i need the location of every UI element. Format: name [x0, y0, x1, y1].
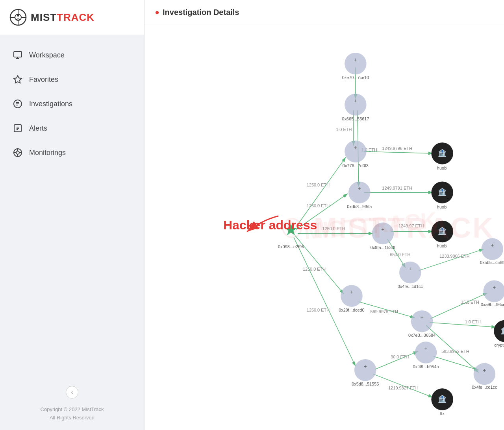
- svg-text:0x098...e2f96: 0x098...e2f96: [278, 244, 304, 249]
- graph-container[interactable]: © MISTTRACK Hacker address 1.0 ET: [145, 25, 504, 430]
- misttrack-logo-icon: [9, 9, 27, 26]
- svg-text:+: +: [483, 367, 486, 373]
- svg-text:0xf49...b954a: 0xf49...b954a: [413, 364, 439, 369]
- svg-text:🏦: 🏦: [438, 149, 447, 157]
- svg-rect-7: [14, 52, 22, 57]
- svg-point-68: [345, 94, 367, 116]
- svg-text:huobi: huobi: [437, 244, 448, 248]
- svg-text:+: +: [354, 98, 357, 104]
- svg-text:0x7e3...36584: 0x7e3...36584: [408, 333, 435, 338]
- svg-point-65: [345, 53, 367, 75]
- svg-text:+: +: [421, 314, 424, 321]
- svg-line-56: [430, 323, 496, 327]
- logo-track: TRACK: [57, 11, 94, 23]
- alert-icon: [13, 123, 23, 133]
- svg-text:1.0 ETH: 1.0 ETH: [465, 319, 481, 324]
- svg-point-6: [17, 14, 19, 17]
- svg-text:0x29f...dced0: 0x29f...dced0: [339, 308, 365, 312]
- svg-line-64: [434, 356, 478, 370]
- svg-point-71: [345, 140, 367, 162]
- svg-text:🏦: 🏦: [438, 227, 447, 235]
- svg-text:★: ★: [284, 220, 298, 239]
- svg-text:1249.9791 ETH: 1249.9791 ETH: [382, 186, 412, 190]
- svg-point-91: [354, 359, 376, 381]
- svg-text:1250.0 ETH: 1250.0 ETH: [303, 267, 326, 271]
- sidebar-item-favorites[interactable]: Favorites: [0, 67, 144, 92]
- svg-point-85: [341, 285, 363, 307]
- svg-text:0xa9b...96ce2: 0xa9b...96ce2: [481, 302, 504, 307]
- svg-text:0x776...7d0f3: 0x776...7d0f3: [343, 163, 369, 168]
- sidebar-item-alerts[interactable]: Alerts: [0, 116, 144, 140]
- svg-text:0x4fe...cd1cc: 0x4fe...cd1cc: [398, 284, 423, 289]
- svg-text:650.0 ETH: 650.0 ETH: [390, 252, 410, 257]
- logo-area: MISTTRACK: [0, 0, 144, 35]
- svg-point-97: [474, 363, 496, 385]
- svg-point-94: [415, 341, 437, 364]
- svg-text:0xe70...7ce10: 0xe70...7ce10: [342, 75, 369, 80]
- sidebar-item-workspace[interactable]: Workspace: [0, 43, 144, 67]
- monitorings-label: Monitorings: [29, 149, 66, 157]
- favorites-label: Favorites: [29, 76, 58, 84]
- svg-text:0x5d8...51555: 0x5d8...51555: [352, 382, 379, 386]
- sidebar-item-investigations[interactable]: Investigations: [0, 92, 144, 116]
- investigations-label: Investigations: [29, 100, 72, 108]
- svg-text:599.9978 ETH: 599.9978 ETH: [371, 309, 398, 314]
- svg-text:🏦: 🏦: [438, 395, 447, 403]
- svg-text:🏦: 🏦: [438, 188, 447, 196]
- svg-text:1219.9827 ETH: 1219.9827 ETH: [388, 386, 418, 390]
- target-icon: [13, 148, 23, 158]
- svg-text:0x5b5...c58ff: 0x5b5...c58ff: [480, 260, 504, 265]
- svg-point-74: [348, 181, 371, 203]
- workspace-label: Workspace: [29, 51, 65, 59]
- svg-text:+: +: [364, 363, 367, 369]
- svg-text:0x665...55617: 0x665...55617: [342, 116, 369, 121]
- svg-line-50: [419, 249, 484, 271]
- copyright-line1: Copyright © 2022 MistTrack: [8, 406, 136, 414]
- header-indicator: [156, 11, 159, 14]
- svg-text:+: +: [491, 242, 494, 248]
- sidebar-footer: Copyright © 2022 MistTrack All Rights Re…: [0, 398, 144, 430]
- svg-text:MISTTRACK: MISTTRACK: [303, 207, 438, 244]
- svg-text:0x4fe...cd1cc: 0x4fe...cd1cc: [472, 385, 497, 389]
- svg-line-54: [430, 293, 487, 318]
- nav-menu: Workspace Favorites Investigations: [0, 35, 144, 398]
- svg-text:+: +: [354, 144, 357, 151]
- svg-text:+: +: [424, 345, 427, 352]
- svg-text:0x9fa...1533f: 0x9fa...1533f: [371, 245, 396, 250]
- logo-text: MISTTRACK: [31, 11, 94, 24]
- svg-text:huobi: huobi: [437, 205, 448, 209]
- svg-marker-10: [14, 76, 22, 83]
- svg-text:15.0 ETH: 15.0 ETH: [461, 300, 479, 305]
- svg-text:1.0 ETH: 1.0 ETH: [336, 127, 352, 132]
- svg-text:+: +: [409, 266, 412, 272]
- svg-line-60: [375, 351, 418, 369]
- svg-text:+: +: [493, 284, 496, 290]
- svg-point-100: [481, 238, 503, 260]
- svg-text:🏦: 🏦: [500, 326, 504, 335]
- svg-text:+: +: [358, 185, 361, 192]
- svg-text:0xdb3...9f5fa: 0xdb3...9f5fa: [347, 204, 372, 209]
- svg-text:ftx: ftx: [440, 411, 445, 416]
- svg-text:+: +: [350, 289, 353, 295]
- svg-point-103: [483, 280, 504, 302]
- sidebar-item-monitorings[interactable]: Monitorings: [0, 140, 144, 165]
- svg-text:1233.9806 ETH: 1233.9806 ETH: [439, 254, 469, 258]
- collapse-sidebar-button[interactable]: ‹: [66, 386, 78, 399]
- investigation-graph[interactable]: 1.0 ETH 1.0 ETH 1250.0 ETH 1250.0 ETH 12…: [145, 25, 504, 430]
- copyright-line2: All Rights Reserved: [8, 414, 136, 422]
- svg-text:1250.0 ETH: 1250.0 ETH: [307, 183, 330, 187]
- sidebar: MISTTRACK Workspace Favorites: [0, 0, 145, 430]
- logo-mist: MIST: [31, 11, 57, 23]
- svg-text:1250.0 ETH: 1250.0 ETH: [307, 308, 330, 312]
- svg-text:+: +: [354, 57, 357, 63]
- svg-point-82: [399, 262, 421, 284]
- list-icon: [13, 99, 23, 109]
- svg-text:1249.9796 ETH: 1249.9796 ETH: [382, 146, 412, 151]
- svg-text:crypto.com: crypto.com: [494, 343, 504, 347]
- svg-text:1250.0 ETH: 1250.0 ETH: [307, 203, 330, 208]
- monitor-icon: [13, 50, 23, 60]
- svg-text:huobi: huobi: [437, 166, 448, 170]
- main-header: Investigation Details: [145, 0, 504, 25]
- page-title: Investigation Details: [163, 8, 239, 17]
- svg-text:583.9952 ETH: 583.9952 ETH: [441, 349, 469, 354]
